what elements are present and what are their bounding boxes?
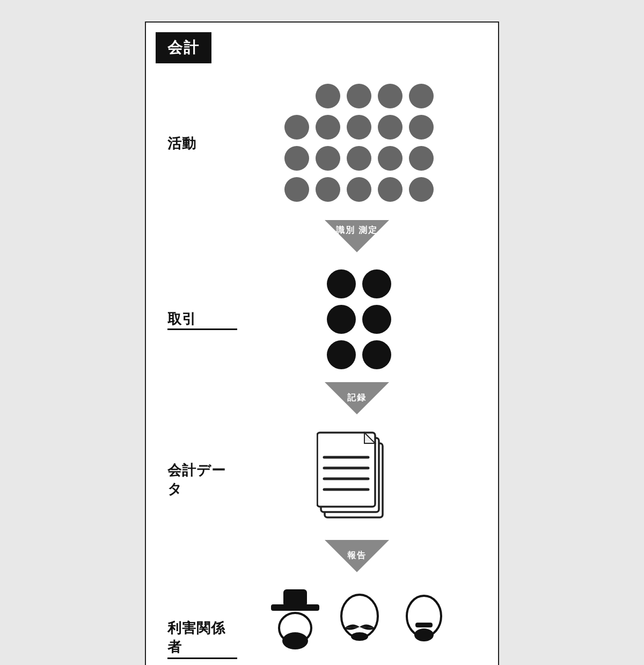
- svg-rect-9: [283, 589, 307, 606]
- label-activity: 活動: [167, 134, 237, 153]
- main-card: 会計 活動: [145, 21, 499, 665]
- svg-point-13: [351, 632, 368, 641]
- dot: [378, 177, 402, 202]
- face-mustache-icon: [333, 589, 386, 659]
- face-simple-icon: [397, 589, 451, 659]
- dot: [316, 146, 340, 171]
- dot: [409, 146, 434, 171]
- dot: [316, 177, 340, 202]
- svg-point-11: [282, 632, 308, 649]
- arrow-container-1: 識別 測定: [325, 220, 389, 258]
- label-stakeholder: 利害関係者: [167, 619, 237, 659]
- card-header: 会計: [156, 32, 211, 63]
- dots-grid-activity: [284, 84, 435, 203]
- face-cowboy-icon: [268, 589, 322, 659]
- dot: [347, 177, 371, 202]
- page-wrapper: 会計 活動: [0, 0, 644, 665]
- arrow-label-1: 識別 測定: [336, 224, 378, 236]
- document-icon: [317, 432, 402, 528]
- svg-point-16: [414, 629, 434, 641]
- dot: [409, 177, 434, 202]
- section-stakeholder: 利害関係者: [146, 580, 498, 665]
- arrow-1: 識別 測定: [146, 218, 498, 260]
- content-activity: [237, 78, 482, 208]
- label-accounting-data: 会計データ: [167, 461, 237, 499]
- dots-grid-transaction: [327, 269, 392, 370]
- dot: [347, 84, 371, 108]
- dot: [284, 177, 309, 202]
- arrow-label-2: 記録: [347, 392, 367, 404]
- dot: [316, 84, 340, 108]
- faces-row: [268, 589, 451, 659]
- arrow-3: 報告: [146, 538, 498, 580]
- section-accounting-data: 会計データ: [146, 422, 498, 538]
- svg-point-12: [341, 595, 378, 638]
- dot: [409, 84, 434, 108]
- dot-black: [327, 305, 356, 334]
- dot-black: [362, 305, 391, 334]
- arrow-container-2: 記録: [325, 382, 389, 420]
- arrow-label-3: 報告: [347, 550, 367, 561]
- content-stakeholder: [237, 589, 482, 659]
- svg-rect-15: [415, 623, 433, 627]
- content-transaction: [237, 269, 482, 370]
- arrow-2: 記録: [146, 380, 498, 422]
- arrow-container-3: 報告: [325, 540, 389, 578]
- dot: [409, 115, 434, 140]
- dot: [378, 115, 402, 140]
- dot-black: [327, 340, 356, 369]
- dot: [347, 115, 371, 140]
- section-transaction: 取引: [146, 260, 498, 380]
- dot-black: [327, 269, 356, 298]
- dot-black: [362, 340, 391, 369]
- dot: [378, 146, 402, 171]
- content-accounting-data: [237, 432, 482, 528]
- label-transaction: 取引: [167, 310, 237, 330]
- section-activity: 活動: [146, 69, 498, 218]
- dot: [284, 115, 309, 140]
- dot: [347, 146, 371, 171]
- dot: [378, 84, 402, 108]
- dot: [316, 115, 340, 140]
- dot-black: [362, 269, 391, 298]
- dot: [284, 146, 309, 171]
